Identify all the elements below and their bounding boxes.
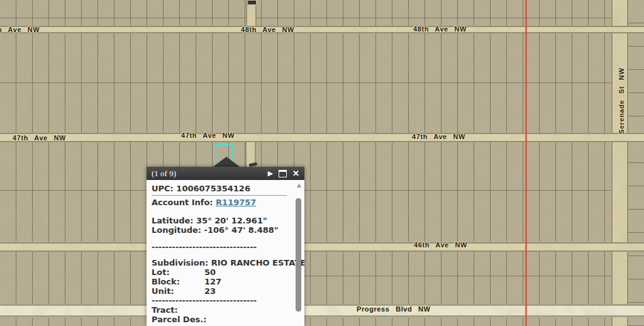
parcel-grid [0,252,612,305]
street-label: 47th Ave NW [412,133,465,140]
subdivision-row: Subdivision: RIO RANCHO ESTATES [152,258,291,267]
boundary-line [525,0,527,326]
parcel-grid [0,142,612,242]
scrollbar-up-icon[interactable]: ▲ [297,183,301,188]
street-label: 47th Ave NW [181,132,235,139]
maximize-icon[interactable] [279,170,287,177]
longitude-row: Longitude: -106° 47' 8.488" [152,225,291,235]
popup-content: UPC: 1006075354126 Account Info: R119757… [147,180,304,326]
upc-row: UPC: 1006075354126 [152,184,291,193]
parcel-line [0,190,612,191]
road-46th-ave [0,242,644,252]
unit-row: Unit:23 [152,286,291,296]
street-label: 47th Ave NW [13,134,66,142]
parcel-des-row: Parcel Des.: [152,315,291,324]
parcel-line [0,82,612,83]
street-label: 48th Ave NW [241,26,294,33]
unit-value: 23 [204,286,216,296]
parcel-grid [0,33,612,133]
latitude-value: 35° 20' 12.961" [196,216,267,225]
lot-value: 50 [204,267,216,277]
popup-record-counter: (1 of 9) [152,169,268,179]
parcel-grid [628,0,644,326]
separator: ------------------------------- [152,242,291,252]
road-serenade-st [611,0,628,326]
parcel-grid [0,0,612,26]
longitude-value: -106° 47' 8.488" [204,225,279,235]
tract-row: Tract: [152,305,291,315]
road-48th-ave [0,26,644,33]
street-label-vertical: Serenade St NW [618,68,625,134]
road-progress-blvd [0,304,644,317]
lot-row: Lot:50 [152,267,291,277]
divider [152,195,287,196]
next-record-icon[interactable]: ▶ [268,170,273,177]
street-label: 46th Ave NW [414,241,467,249]
account-link[interactable]: R119757 [216,198,256,207]
street-label: 48th Ave NW [413,25,467,33]
parcel-grid [0,318,612,326]
close-icon[interactable]: ✕ [292,169,299,177]
street-label: h Ave NW [0,26,40,33]
subdivision-value: RIO RANCHO ESTATES [211,258,304,267]
upc-value: 1006075354126 [176,184,250,193]
account-row: Account Info: R119757 [152,198,291,207]
road-47th-ave [0,133,644,142]
scrollbar-thumb[interactable] [296,198,301,312]
street-label: Progress Blvd NW [357,305,431,313]
gis-map-viewport[interactable]: h Ave NW 48th Ave NW 48th Ave NW 47th Av… [0,0,644,326]
popup-titlebar[interactable]: (1 of 9) ▶ ✕ [147,167,304,180]
block-row: Block:127 [152,277,291,286]
latitude-row: Latitude: 35° 20' 12.961" [152,216,291,225]
parcel-line [0,18,612,18]
separator: ------------------------------- [152,296,291,305]
clipped-label-fragment [247,0,257,5]
block-value: 127 [204,277,221,286]
parcel-info-popup: (1 of 9) ▶ ✕ UPC: 1006075354126 Account … [147,167,304,326]
parcel-line [289,276,612,276]
